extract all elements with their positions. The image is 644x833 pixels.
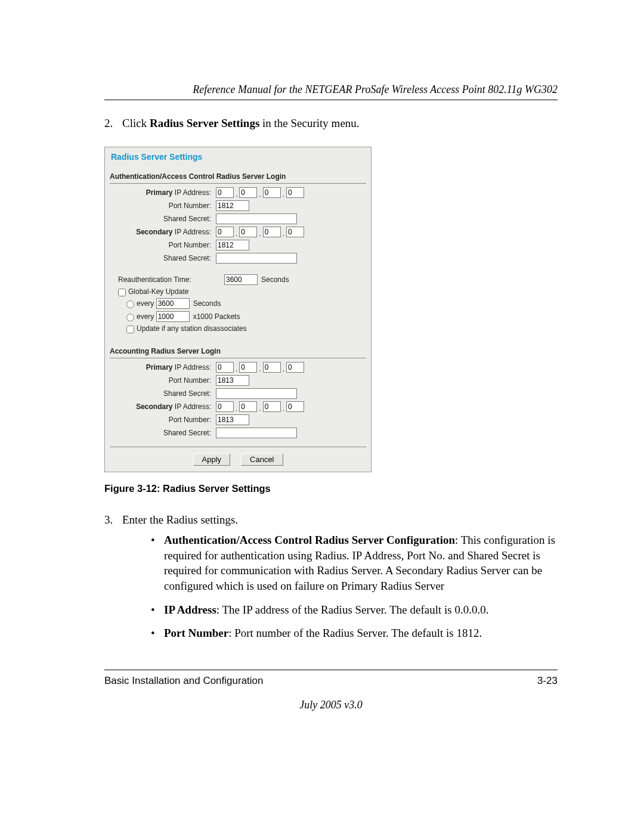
step-2-prefix: Click <box>122 117 150 129</box>
auth-primary-secret-label: Shared Secret: <box>110 215 216 223</box>
primary-bold: Primary <box>146 188 173 197</box>
acct-primary-secret-input[interactable] <box>216 388 297 399</box>
step-3-text: Enter the Radius settings. <box>122 513 238 526</box>
auth-primary-secret-input[interactable] <box>216 213 297 224</box>
auth-primary-ip-1[interactable] <box>216 187 234 198</box>
every-seconds-radio[interactable] <box>126 301 134 308</box>
figure-caption: Figure 3-12: Radius Server Settings <box>104 483 558 494</box>
step-2-number: 2. <box>104 117 122 130</box>
every-packets-unit: x1000 Packets <box>193 312 240 321</box>
auth-secondary-ip-3[interactable] <box>263 227 281 237</box>
auth-primary-ip-3[interactable] <box>263 187 281 198</box>
every-seconds-unit: Seconds <box>193 299 221 308</box>
acct-secondary-ip-label: Secondary IP Address: <box>110 402 216 411</box>
primary-bold-2: Primary <box>146 363 173 371</box>
update-disassoc-checkbox[interactable] <box>126 326 134 333</box>
acct-secondary-ip-3[interactable] <box>263 401 281 412</box>
page-footer: Basic Installation and Configuration 3-2… <box>104 670 558 711</box>
footer-date: July 2005 v3.0 <box>104 699 558 711</box>
auth-secondary-ip-1[interactable] <box>216 227 234 237</box>
secondary-bold: Secondary <box>136 228 172 236</box>
ip-dot: . <box>259 404 261 413</box>
acct-secondary-ip-1[interactable] <box>216 401 234 412</box>
ip-dot: . <box>259 190 261 199</box>
ip-dot: . <box>259 230 261 238</box>
acct-secondary-secret-input[interactable] <box>216 428 297 438</box>
reauth-unit: Seconds <box>261 275 289 284</box>
primary-rest-2: IP Address: <box>173 363 211 371</box>
every-seconds-input[interactable] <box>156 298 190 309</box>
auth-primary-port-label: Port Number: <box>110 202 216 210</box>
radius-settings-screenshot: Radius Server Settings Authentication/Ac… <box>104 147 371 472</box>
auth-secondary-secret-input[interactable] <box>216 253 297 264</box>
acct-secondary-secret-label: Shared Secret: <box>110 429 216 437</box>
ip-dot: . <box>236 230 237 238</box>
acct-secondary-port-label: Port Number: <box>110 416 216 424</box>
auth-section-heading: Authentication/Access Control Radius Ser… <box>110 172 366 181</box>
auth-secondary-secret-label: Shared Secret: <box>110 254 216 262</box>
ip-dot: . <box>236 365 237 373</box>
acct-primary-ip-4[interactable] <box>286 362 304 373</box>
globalkey-label: Global-Key Update <box>128 287 188 296</box>
acct-primary-port-input[interactable] <box>216 375 249 386</box>
primary-rest: IP Address: <box>173 188 211 197</box>
bullet-item: IP Address: The IP address of the Radius… <box>151 602 558 618</box>
divider <box>110 358 366 358</box>
reauth-input[interactable] <box>224 274 258 285</box>
auth-secondary-port-label: Port Number: <box>110 241 216 249</box>
auth-secondary-ip-2[interactable] <box>239 227 257 237</box>
ip-dot: . <box>283 365 284 373</box>
secondary-rest: IP Address: <box>173 228 211 236</box>
bullet-rest: : The IP address of the Radius Server. T… <box>216 603 489 616</box>
acct-primary-port-label: Port Number: <box>110 376 216 385</box>
ip-dot: . <box>236 190 237 199</box>
acct-primary-ip-label: Primary IP Address: <box>110 363 216 371</box>
bullet-item: Authentication/Access Control Radius Ser… <box>151 532 558 594</box>
footer-left: Basic Installation and Configuration <box>104 675 264 687</box>
auth-secondary-port-input[interactable] <box>216 240 249 250</box>
acct-secondary-port-input[interactable] <box>216 414 249 425</box>
globalkey-checkbox[interactable] <box>118 289 126 296</box>
bullet-rest: : Port number of the Radius Server. The … <box>228 627 482 639</box>
bullet-bold: Port Number <box>164 627 228 639</box>
step-3-number: 3. <box>104 513 122 649</box>
acct-secondary-ip-2[interactable] <box>239 401 257 412</box>
every-label-1: every <box>137 299 154 308</box>
secondary-bold-2: Secondary <box>136 402 172 411</box>
reauth-label: Reauthentication Time: <box>110 275 224 284</box>
step-2-suffix: in the Security menu. <box>259 117 359 129</box>
acct-primary-ip-2[interactable] <box>239 362 257 373</box>
bullet-bold: Authentication/Access Control Radius Ser… <box>164 534 455 546</box>
step-2: 2. Click Radius Server Settings in the S… <box>104 117 558 130</box>
header-rule <box>104 100 558 100</box>
auth-primary-ip-4[interactable] <box>286 187 304 198</box>
bullet-bold: IP Address <box>164 603 216 616</box>
acct-secondary-ip-4[interactable] <box>286 401 304 412</box>
divider <box>110 447 366 447</box>
auth-primary-port-input[interactable] <box>216 200 249 211</box>
document-header: Reference Manual for the NETGEAR ProSafe… <box>104 83 558 96</box>
ip-dot: . <box>283 404 284 413</box>
acct-section-heading: Accounting Radius Server Login <box>110 347 366 355</box>
ip-dot: . <box>236 404 237 413</box>
panel-title: Radius Server Settings <box>111 152 366 162</box>
cancel-button[interactable]: Cancel <box>241 453 283 466</box>
every-packets-radio[interactable] <box>126 314 134 321</box>
bullet-item: Port Number: Port number of the Radius S… <box>151 625 558 641</box>
step-2-text: Click Radius Server Settings in the Secu… <box>122 117 558 130</box>
every-packets-input[interactable] <box>156 311 190 322</box>
divider <box>110 183 366 184</box>
acct-primary-ip-3[interactable] <box>263 362 281 373</box>
primary-ip-label: Primary IP Address: <box>110 188 216 197</box>
footer-right: 3-23 <box>537 675 558 687</box>
acct-primary-ip-1[interactable] <box>216 362 234 373</box>
step-3: 3. Enter the Radius settings. Authentica… <box>104 513 558 649</box>
acct-primary-secret-label: Shared Secret: <box>110 389 216 398</box>
secondary-rest-2: IP Address: <box>173 402 211 411</box>
auth-primary-ip-2[interactable] <box>239 187 257 198</box>
ip-dot: . <box>283 190 284 199</box>
step-3-bullets: Authentication/Access Control Radius Ser… <box>151 532 558 641</box>
apply-button[interactable]: Apply <box>193 453 231 466</box>
ip-dot: . <box>283 230 284 238</box>
auth-secondary-ip-4[interactable] <box>286 227 304 237</box>
